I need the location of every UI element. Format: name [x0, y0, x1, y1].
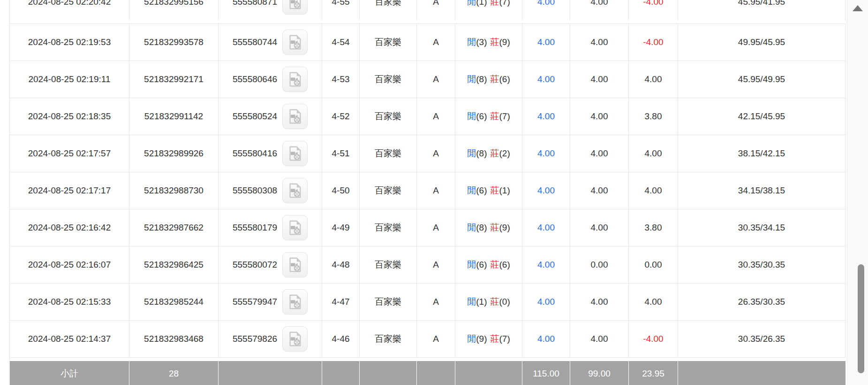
round-number: 4-51: [322, 135, 360, 172]
game-type: 百家樂: [360, 246, 417, 283]
player-label: 閒: [467, 259, 476, 271]
game-result: 閒(6)莊(6): [455, 246, 522, 283]
player-label: 閒: [467, 222, 476, 234]
bet-amount: 4.00: [522, 61, 570, 98]
win-loss-amount: 4.00: [629, 284, 678, 320]
vertical-scrollbar-thumb[interactable]: [858, 264, 864, 373]
video-replay-button[interactable]: [282, 215, 308, 240]
table-name: A: [417, 61, 455, 98]
video-replay-button[interactable]: [282, 141, 308, 166]
bet-amount: 4.00: [522, 98, 570, 135]
table-rows-container: 2024-08-25 02:19:53 521832993578 5555807…: [10, 24, 845, 358]
video-replay-button[interactable]: [282, 67, 308, 92]
game-result: 閒(8)莊(2): [455, 135, 522, 172]
player-points: (1): [476, 0, 487, 7]
bet-amount: 4.00: [522, 135, 570, 172]
banker-points: (7): [499, 111, 510, 122]
player-points: (3): [476, 37, 487, 47]
video-replay-button[interactable]: [282, 326, 308, 352]
subtotal-winloss-total: 23.95: [629, 361, 678, 385]
subtotal-label: 小計: [10, 361, 129, 385]
table-row: 2024-08-25 02:17:17 521832988730 5555803…: [10, 172, 845, 209]
game-type: 百家樂: [360, 321, 417, 357]
game-result: 閒(1)莊(7): [455, 0, 522, 20]
video-replay-button[interactable]: [282, 104, 308, 129]
game-result: 閒(3)莊(9): [455, 24, 522, 61]
game-result: 閒(8)莊(6): [455, 61, 522, 98]
table-name: A: [417, 135, 455, 172]
bet-id: 521832985244: [129, 284, 219, 320]
game-time: 2024-08-25 02:17:17: [10, 172, 129, 209]
player-label: 閒: [467, 296, 476, 308]
banker-points: (2): [499, 148, 510, 159]
balance-range: 45.95/41.95: [678, 0, 845, 20]
game-type: 百家樂: [360, 24, 417, 61]
bet-id: 521832993578: [129, 24, 219, 61]
bet-amount: 4.00: [522, 172, 570, 209]
table-row: 2024-08-25 02:14:37 521832983468 5555798…: [10, 321, 845, 358]
game-time: 2024-08-25 02:19:11: [10, 61, 129, 98]
valid-amount: 4.00: [570, 284, 629, 320]
balance-range: 49.95/45.95: [678, 24, 845, 61]
player-points: (8): [476, 148, 487, 159]
video-replay-button[interactable]: [282, 0, 308, 15]
video-cell: 555580524: [219, 98, 322, 135]
table-row: 2024-08-25 02:17:57 521832989926 5555804…: [10, 135, 845, 172]
game-type: 百家樂: [360, 209, 417, 246]
game-type: 百家樂: [360, 135, 417, 172]
video-file-icon: [286, 108, 304, 125]
game-result: 閒(1)莊(0): [455, 284, 522, 320]
game-time: 2024-08-25 02:16:42: [10, 209, 129, 246]
balance-range: 38.15/42.15: [678, 135, 845, 172]
banker-label: 莊: [491, 73, 499, 85]
video-file-icon: [286, 145, 304, 162]
game-time: 2024-08-25 02:14:37: [10, 321, 129, 357]
banker-label: 莊: [491, 147, 499, 160]
table-row: 2024-08-25 02:19:53 521832993578 5555807…: [10, 24, 845, 61]
vertical-scrollbar-track[interactable]: [847, 0, 868, 385]
game-time: 2024-08-25 02:19:53: [10, 24, 129, 61]
video-replay-button[interactable]: [282, 178, 308, 203]
win-loss-amount: 0.00: [629, 246, 678, 283]
win-loss-amount: 3.80: [629, 209, 678, 246]
player-label: 閒: [467, 73, 476, 85]
banker-points: (7): [499, 0, 510, 7]
subtotal-empty-round: [322, 361, 360, 385]
video-file-icon: [286, 330, 304, 348]
banker-label: 莊: [491, 296, 499, 308]
bet-id: 521832995156: [129, 0, 219, 20]
round-number: 4-54: [322, 24, 360, 61]
valid-amount: 4.00: [570, 0, 629, 20]
subtotal-valid-total: 99.00: [570, 361, 629, 385]
balance-range: 26.35/30.35: [678, 284, 845, 320]
bet-amount: 4.00: [522, 246, 570, 283]
game-type: 百家樂: [360, 284, 417, 320]
subtotal-bet-total: 115.00: [522, 361, 570, 385]
video-replay-button[interactable]: [282, 289, 308, 315]
win-loss-amount: 3.80: [629, 98, 678, 135]
clipped-top-row-container: 2024-08-25 02:20:42 521832995156 5555808…: [10, 0, 845, 24]
balance-range: 45.95/49.95: [678, 61, 845, 98]
table-row: 2024-08-25 02:19:11 521832992171 5555806…: [10, 61, 845, 98]
scroll-up-button[interactable]: [853, 5, 863, 11]
subtotal-count: 28: [129, 361, 219, 385]
subtotal-empty-balance: [678, 361, 845, 385]
balance-range: 30.35/30.35: [678, 246, 845, 283]
win-loss-amount: -4.00: [629, 24, 678, 61]
video-cell: 555580416: [219, 135, 322, 172]
valid-amount: 4.00: [570, 209, 629, 246]
video-replay-button[interactable]: [282, 252, 308, 277]
player-points: (6): [476, 260, 487, 270]
valid-amount: 4.00: [570, 135, 629, 172]
subtotal-empty-video: [219, 361, 322, 385]
bet-id: 521832983468: [129, 321, 219, 357]
video-cell: 555580871: [219, 0, 322, 20]
banker-points: (1): [499, 185, 510, 196]
player-label: 閒: [467, 147, 476, 160]
video-file-icon: [286, 219, 304, 237]
bet-amount: 4.00: [522, 0, 570, 20]
win-loss-amount: -4.00: [629, 0, 678, 20]
valid-amount: 4.00: [570, 24, 629, 61]
player-points: (6): [476, 111, 487, 122]
video-replay-button[interactable]: [282, 30, 308, 55]
